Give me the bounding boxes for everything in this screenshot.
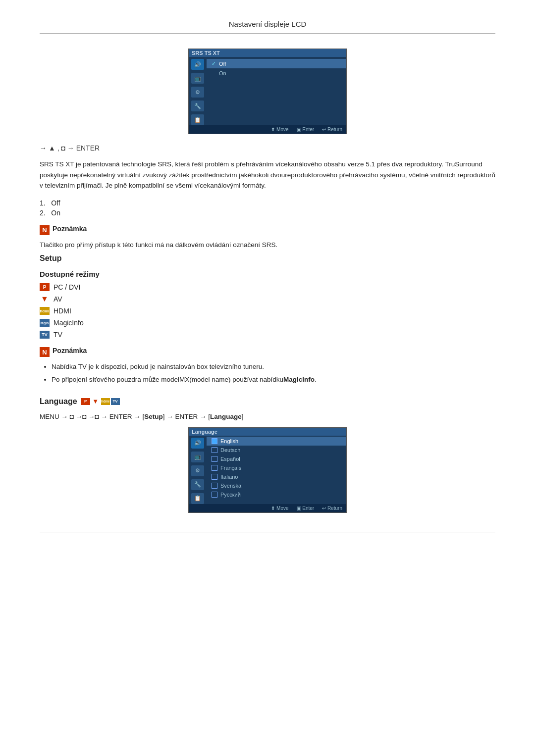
magicinfo-icon: MgIn (40, 319, 50, 327)
mode-magicinfo-label: MagicInfo (54, 319, 84, 327)
mode-hdmi-label: HDMI (54, 307, 71, 315)
lang-icon-3: ⚙ (191, 465, 204, 476)
tv-icon: TV (40, 331, 50, 339)
setup-note-items: Nabídka TV je k dispozici, pokud je nain… (40, 362, 495, 385)
mode-pc-label: PC / DVI (54, 283, 80, 291)
srs-menu-icons: 🔊 📺 ⚙ 🔧 📋 (189, 57, 207, 125)
srs-icon-2: 📺 (191, 73, 204, 84)
lang-item-italiano[interactable]: Italiano (207, 472, 346, 481)
lang-check-espanol (212, 456, 217, 462)
lang-label-deutsch: Deutsch (220, 447, 240, 453)
lang-bottom-return: ↩ Return (322, 505, 342, 511)
srs-label-off: Off (219, 61, 226, 67)
lang-item-francais[interactable]: Français (207, 463, 346, 472)
lang-check-russian (212, 492, 217, 498)
setup-note-item-1: Nabídka TV je k dispozici, pokud je nain… (52, 362, 495, 372)
srs-screenshot-container: SRS TS XT 🔊 📺 ⚙ 🔧 📋 ✓ Off ✓ On (40, 49, 495, 134)
srs-icon-3: ⚙ (191, 87, 204, 98)
mode-tv-label: TV (54, 331, 62, 339)
available-modes-heading: Dostupné režimy (40, 270, 495, 278)
lang-av-icon: ▼ (91, 398, 100, 405)
srs-bottom-enter: ▣ Enter (297, 127, 315, 132)
lang-check-english (212, 438, 217, 444)
lang-icon-2: 📺 (191, 452, 204, 462)
setup-note-icon: N (40, 347, 50, 357)
srs-list: 1. Off 2. On (40, 199, 495, 217)
lang-bottom-bar: ⬆ Move ▣ Enter ↩ Return (189, 504, 346, 512)
srs-item-on[interactable]: ✓ On (207, 68, 346, 78)
mode-av: ▼ AV (40, 295, 495, 303)
lang-menu-body: 🔊 📺 ⚙ 🔧 📋 English Deutsch (189, 436, 346, 504)
lang-label-english: English (220, 438, 238, 444)
language-mode-icons: P ▼ hdmi TV (81, 398, 120, 405)
pc-icon: P (40, 283, 50, 291)
lang-label-russian: Русский (220, 492, 241, 498)
mode-pc: P PC / DVI (40, 283, 495, 291)
lang-label-francais: Français (220, 465, 241, 471)
srs-item-off[interactable]: ✓ Off (207, 59, 346, 68)
setup-note-item-2: Po připojení síťového pouzdra může model… (52, 375, 495, 385)
srs-bottom-bar: ⬆ Move ▣ Enter ↩ Return (189, 125, 346, 134)
lang-txt-icon: hdmi (101, 398, 110, 405)
srs-note-text: Tlačítko pro přímý přístup k této funkci… (40, 240, 495, 250)
mode-av-label: AV (54, 295, 62, 303)
lang-menu-title: Language (189, 428, 346, 436)
srs-menu-screenshot: SRS TS XT 🔊 📺 ⚙ 🔧 📋 ✓ Off ✓ On (188, 49, 347, 134)
arrow-right-icon: → (40, 144, 47, 152)
lang-item-svenska[interactable]: Svenska (207, 481, 346, 490)
lang-check-svenska (212, 483, 217, 489)
lang-item-english[interactable]: English (207, 437, 346, 446)
srs-menu-title: SRS TS XT (189, 49, 346, 57)
srs-menu-body: 🔊 📺 ⚙ 🔧 📋 ✓ Off ✓ On (189, 57, 346, 125)
lang-icon-4: 🔧 (191, 479, 204, 490)
setup-note-label: Poznámka (53, 347, 87, 354)
bottom-divider (40, 533, 495, 533)
lang-icon-5: 📋 (191, 493, 204, 504)
modes-list: P PC / DVI ▼ AV hdmi HDMI MgIn MagicInfo… (40, 283, 495, 339)
lang-item-espanol[interactable]: Español (207, 454, 346, 463)
srs-note-label: Poznámka (53, 225, 87, 233)
lang-bottom-enter: ▣ Enter (297, 505, 315, 511)
lang-label-italiano: Italiano (220, 474, 238, 480)
lang-item-deutsch[interactable]: Deutsch (207, 446, 346, 454)
language-menu-path: MENU → ◘ →◘ →◘ → ENTER → [Setup] → ENTER… (40, 413, 495, 420)
srs-list-item-off: 1. Off (40, 199, 495, 207)
srs-nav-instruction: → ▲ , ◘ → ENTER (40, 144, 495, 152)
mode-tv: TV TV (40, 331, 495, 339)
nav-text: ▲ , ◘ → ENTER (49, 144, 100, 152)
setup-section: Setup Dostupné režimy P PC / DVI ▼ AV hd… (40, 254, 495, 385)
srs-icon-1: 🔊 (191, 59, 204, 70)
menu-path-language: Language (210, 413, 242, 420)
srs-list-item-on: 2. On (40, 209, 495, 217)
language-heading-label: Language (40, 397, 77, 406)
srs-description: SRS TS XT je patentovaná technologie SRS… (40, 159, 495, 191)
lang-check-deutsch (212, 447, 217, 453)
srs-note-block: N Poznámka (40, 225, 495, 235)
srs-check-off: ✓ (212, 60, 216, 67)
lang-menu-icons: 🔊 📺 ⚙ 🔧 📋 (189, 436, 207, 504)
language-section: Language P ▼ hdmi TV MENU → ◘ →◘ →◘ → EN… (40, 397, 495, 513)
lang-bottom-move: ⬆ Move (271, 505, 288, 511)
lang-tv-icon: TV (111, 398, 120, 405)
menu-path-setup: Setup (144, 413, 163, 420)
srs-icon-5: 📋 (191, 114, 204, 125)
lang-check-francais (212, 465, 217, 471)
page-container: Nastavení displeje LCD SRS TS XT 🔊 📺 ⚙ 🔧… (0, 0, 535, 553)
lang-item-russian[interactable]: Русский (207, 490, 346, 499)
av-icon: ▼ (40, 295, 50, 303)
page-title: Nastavení displeje LCD (40, 20, 495, 34)
setup-note-block: N Poznámka (40, 347, 495, 357)
lang-check-italiano (212, 474, 217, 480)
magicinfo-bold: MagicInfo (283, 376, 315, 383)
srs-icon-4: 🔧 (191, 101, 204, 111)
lang-menu-screenshot: Language 🔊 📺 ⚙ 🔧 📋 English (188, 427, 347, 513)
language-heading-row: Language P ▼ hdmi TV (40, 397, 495, 406)
setup-heading: Setup (40, 254, 495, 263)
lang-menu-items: English Deutsch Español Français (207, 436, 346, 504)
srs-bottom-return: ↩ Return (322, 127, 342, 132)
lang-label-espanol: Español (220, 456, 240, 462)
srs-menu-items: ✓ Off ✓ On (207, 57, 346, 125)
lang-label-svenska: Svenska (220, 483, 241, 489)
mode-magicinfo: MgIn MagicInfo (40, 319, 495, 327)
srs-bottom-move: ⬆ Move (271, 127, 288, 132)
